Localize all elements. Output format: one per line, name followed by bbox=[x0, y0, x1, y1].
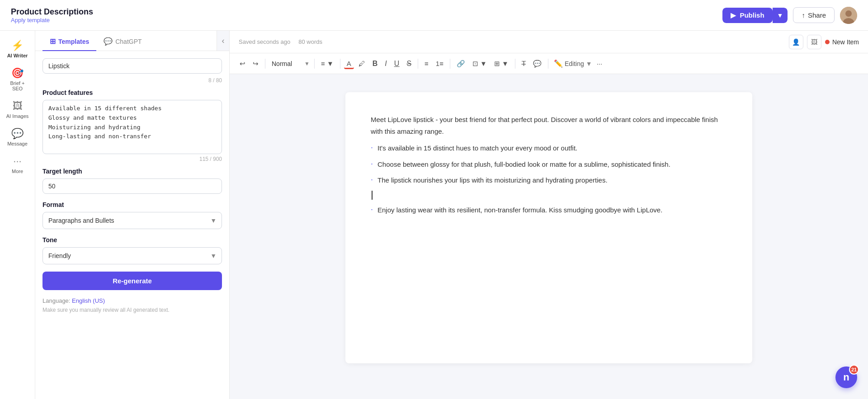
icon-sidebar: ⚡ AI Writer 🎯 Brief + SEO 🖼 AI Images 💬 … bbox=[0, 31, 35, 399]
undo-button[interactable]: ↩ bbox=[237, 58, 248, 70]
format-label: Format bbox=[42, 201, 222, 208]
avatar[interactable] bbox=[840, 7, 857, 24]
new-item-dot bbox=[825, 40, 830, 44]
sidebar-item-message[interactable]: 💬 Message bbox=[3, 124, 33, 150]
table-button[interactable]: ⊞ ▼ bbox=[491, 58, 511, 70]
bullet-item-2: · Choose between glossy for that plush, … bbox=[371, 159, 727, 170]
word-count: 80 words bbox=[298, 38, 322, 45]
editor-paragraph[interactable]: Meet LipLove lipstick - your best friend… bbox=[371, 114, 727, 137]
regenerate-button[interactable]: Re-generate bbox=[42, 272, 222, 290]
panel-tabs-row: ⊞ Templates 💬 ChatGPT ‹ bbox=[35, 31, 229, 51]
editor-meta: Saved seconds ago 80 words bbox=[239, 38, 322, 45]
product-input-row bbox=[42, 58, 222, 74]
publish-dropdown-button[interactable]: ▼ bbox=[773, 8, 788, 23]
toolbar-separator-7 bbox=[548, 59, 548, 69]
bullet-marker-4: · bbox=[371, 205, 373, 214]
tab-templates[interactable]: ⊞ Templates bbox=[42, 31, 96, 51]
top-bar-right: ▶ Publish ▼ ↑ Share bbox=[722, 7, 857, 24]
notification-badge[interactable]: n 21 bbox=[835, 366, 857, 388]
bullet-item-1: · It's available in 15 distinct hues to … bbox=[371, 142, 727, 154]
user-icon-button[interactable]: 👤 bbox=[789, 35, 803, 49]
share-button[interactable]: ↑ Share bbox=[793, 7, 835, 23]
bullet-marker-2: · bbox=[371, 159, 373, 169]
page-title: Product Descriptions bbox=[11, 7, 93, 17]
language-link[interactable]: English (US) bbox=[72, 297, 105, 304]
features-textarea[interactable]: Available in 15 different shades Glossy … bbox=[42, 100, 222, 154]
strikethrough-button[interactable]: S bbox=[404, 58, 414, 70]
italic-button[interactable]: I bbox=[382, 58, 389, 70]
chatgpt-tab-label: ChatGPT bbox=[115, 38, 142, 45]
editor-icons: 👤 🖼 New Item bbox=[789, 35, 859, 49]
bullet-marker-3: · bbox=[371, 175, 373, 184]
redo-button[interactable]: ↪ bbox=[250, 58, 261, 70]
publish-label: Publish bbox=[740, 11, 764, 19]
share-label: Share bbox=[808, 11, 826, 19]
underline-button[interactable]: U bbox=[392, 58, 402, 70]
panel-collapse-button[interactable]: ‹ bbox=[217, 31, 229, 51]
numbered-list-button[interactable]: 1≡ bbox=[433, 58, 446, 69]
target-length-label: Target length bbox=[42, 168, 222, 175]
templates-tab-icon: ⊞ bbox=[50, 37, 56, 46]
sidebar-item-ai-writer[interactable]: ⚡ AI Writer bbox=[3, 36, 33, 62]
more-label: More bbox=[12, 169, 23, 174]
image-button[interactable]: ⊡ ▼ bbox=[470, 58, 490, 70]
share-icon: ↑ bbox=[802, 11, 805, 19]
product-char-count: 8 / 80 bbox=[42, 77, 222, 84]
features-char-count: 115 / 900 bbox=[42, 156, 222, 162]
product-name-input[interactable] bbox=[42, 58, 222, 74]
message-label: Message bbox=[7, 141, 28, 146]
sidebar-item-brief-seo[interactable]: 🎯 Brief + SEO bbox=[3, 64, 33, 95]
editing-wrap: ✏️ Editing ▼ bbox=[554, 59, 592, 68]
toolbar: ↩ ↪ Normal Heading 1 Heading 2 ▼ ≡ ▼ A 🖊… bbox=[230, 53, 868, 74]
toolbar-separator-1 bbox=[265, 59, 265, 69]
ai-writer-icon: ⚡ bbox=[11, 40, 24, 52]
bold-button[interactable]: B bbox=[370, 58, 381, 70]
format-select[interactable]: Paragraphs and Bullets Paragraphs Bullet… bbox=[42, 212, 222, 229]
toolbar-separator-5 bbox=[450, 59, 450, 69]
tone-select[interactable]: Friendly Professional Casual bbox=[42, 247, 222, 264]
tone-select-wrap: Friendly Professional Casual ▼ bbox=[42, 247, 222, 264]
apply-template-link[interactable]: Apply template bbox=[11, 17, 93, 23]
editor-document[interactable]: Meet LipLove lipstick - your best friend… bbox=[345, 92, 752, 363]
editing-chevron-icon[interactable]: ▼ bbox=[586, 60, 592, 67]
toolbar-separator-2 bbox=[314, 59, 315, 69]
style-select[interactable]: Normal Heading 1 Heading 2 bbox=[269, 58, 311, 69]
notification-logo: n bbox=[843, 371, 849, 383]
highlight-button[interactable]: 🖊 bbox=[356, 58, 368, 69]
format-select-wrap: Paragraphs and Bullets Paragraphs Bullet… bbox=[42, 212, 222, 229]
image-icon-button[interactable]: 🖼 bbox=[807, 35, 821, 49]
sidebar-item-more[interactable]: ··· More bbox=[3, 152, 33, 178]
chatgpt-tab-icon: 💬 bbox=[104, 37, 113, 46]
save-status: Saved seconds ago bbox=[239, 38, 290, 45]
more-icon: ··· bbox=[13, 155, 21, 167]
cursor-line: · The lipstick nourishes your lips with … bbox=[371, 174, 727, 186]
new-item-button[interactable]: New Item bbox=[825, 38, 859, 46]
tab-chatgpt[interactable]: 💬 ChatGPT bbox=[96, 31, 149, 51]
sidebar-item-ai-images[interactable]: 🖼 AI Images bbox=[3, 97, 33, 122]
language-row: Language: English (US) bbox=[42, 297, 222, 304]
ai-images-label: AI Images bbox=[6, 113, 29, 119]
target-length-input[interactable] bbox=[42, 178, 222, 194]
more-toolbar-button[interactable]: ··· bbox=[594, 58, 605, 69]
align-button[interactable]: ≡ ▼ bbox=[318, 58, 336, 69]
bullet-text-3[interactable]: The lipstick nourishes your lips with it… bbox=[377, 174, 608, 186]
top-bar: Product Descriptions Apply template ▶ Pu… bbox=[0, 0, 868, 31]
notification-count: 21 bbox=[849, 365, 859, 375]
bullet-text-1[interactable]: It's available in 15 distinct hues to ma… bbox=[377, 142, 577, 154]
text-color-button[interactable]: A bbox=[344, 58, 354, 69]
comment-button[interactable]: 💬 bbox=[530, 58, 544, 70]
bullet-text-2[interactable]: Choose between glossy for that plush, fu… bbox=[377, 159, 670, 170]
publish-button[interactable]: ▶ Publish bbox=[722, 8, 772, 23]
clear-format-button[interactable]: T̶ bbox=[519, 58, 528, 70]
ai-writer-label: AI Writer bbox=[7, 53, 28, 58]
publish-chevron-icon: ▼ bbox=[777, 12, 783, 19]
features-section-title: Product features bbox=[42, 89, 222, 96]
bullet-list-button[interactable]: ≡ bbox=[422, 58, 431, 69]
panel: ⊞ Templates 💬 ChatGPT ‹ 8 / 80 Product f… bbox=[35, 31, 230, 399]
user-icon: 👤 bbox=[792, 38, 800, 46]
editor-topbar: Saved seconds ago 80 words 👤 🖼 New Item bbox=[230, 31, 868, 53]
ai-disclaimer: Make sure you manually review all AI gen… bbox=[42, 307, 222, 313]
editor-content[interactable]: Meet LipLove lipstick - your best friend… bbox=[230, 74, 868, 399]
link-button[interactable]: 🔗 bbox=[454, 58, 468, 70]
bullet-text-4[interactable]: Enjoy lasting wear with its resilient, n… bbox=[377, 204, 662, 216]
